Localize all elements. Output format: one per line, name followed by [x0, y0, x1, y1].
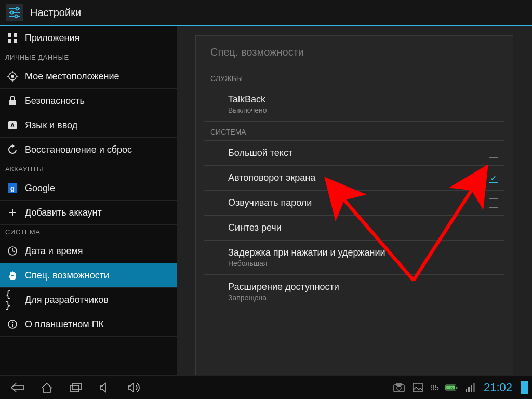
svg-rect-43	[466, 389, 467, 392]
sidebar-item-label: Язык и ввод	[25, 120, 77, 131]
row-label: Большой текст	[228, 148, 292, 158]
plus-icon	[5, 205, 20, 220]
settings-sidebar: Приложения ЛИЧНЫЕ ДАННЫЕ Мое местоположе…	[0, 26, 177, 375]
row-tts[interactable]: Синтез речи	[204, 216, 504, 241]
svg-text:A: A	[10, 122, 15, 128]
system-navbar: 95 95 21:02	[0, 375, 532, 399]
checkbox-speak-passwords[interactable]	[489, 198, 498, 208]
sidebar-item-label: Google	[25, 183, 55, 194]
sidebar-item-security[interactable]: Безопасность	[0, 89, 177, 113]
sidebar-item-about[interactable]: О планшетном ПК	[0, 312, 177, 337]
panel-category-system: СИСТЕМА	[204, 122, 504, 141]
svg-rect-9	[8, 39, 11, 43]
nav-volume-up-button[interactable]	[121, 378, 148, 397]
row-label: Расширение доступности	[228, 282, 339, 292]
picture-icon	[411, 381, 424, 394]
row-accessibility-extension[interactable]: Расширение доступности Запрещена	[204, 275, 504, 309]
svg-rect-45	[471, 385, 472, 392]
svg-text:g: g	[10, 184, 15, 192]
sidebar-item-label: Восстановление и сброс	[25, 144, 132, 155]
sidebar-item-language[interactable]: A Язык и ввод	[0, 113, 177, 138]
sidebar-item-developer[interactable]: { } Для разработчиков	[0, 288, 177, 312]
sidebar-item-accessibility[interactable]: Спец. возможности	[0, 263, 177, 288]
sidebar-item-label: Для разработчиков	[25, 295, 109, 305]
svg-point-11	[11, 75, 14, 78]
nav-back-button[interactable]	[4, 378, 31, 397]
language-icon: A	[5, 118, 20, 132]
signal-icon	[464, 381, 476, 394]
svg-rect-46	[473, 383, 475, 392]
svg-point-2	[16, 8, 19, 10]
svg-text:95: 95	[449, 385, 453, 389]
google-icon: g	[5, 181, 20, 195]
svg-point-6	[15, 15, 18, 18]
svg-rect-37	[397, 383, 401, 385]
refresh-icon	[5, 142, 20, 157]
svg-marker-20	[12, 144, 15, 148]
main-pane: Приложения ЛИЧНЫЕ ДАННЫЕ Мое местоположе…	[0, 26, 532, 375]
sidebar-item-label: О планшетном ПК	[25, 319, 104, 330]
lock-icon	[5, 94, 20, 108]
sidebar-item-apps[interactable]: Приложения	[0, 26, 177, 50]
svg-point-29	[12, 322, 14, 323]
status-clock: 21:02	[484, 381, 512, 394]
sidebar-item-label: Добавить аккаунт	[25, 207, 102, 218]
row-label: Автоповорот экрана	[228, 172, 315, 183]
checkbox-large-text[interactable]	[489, 149, 498, 158]
sidebar-item-backup-reset[interactable]: Восстановление и сброс	[0, 138, 177, 162]
system-tray[interactable]: 95 95 21:02	[391, 381, 528, 394]
row-talkback[interactable]: TalkBack Выключено	[204, 87, 504, 122]
row-auto-rotate[interactable]: Автоповорот экрана	[204, 166, 504, 191]
row-label: Озвучивать пароли	[228, 197, 312, 208]
svg-rect-41	[456, 386, 457, 388]
hand-icon	[5, 268, 20, 283]
row-large-text[interactable]: Большой текст	[204, 141, 504, 166]
camera-icon	[393, 381, 405, 394]
row-touch-hold-delay[interactable]: Задержка при нажатии и удержании Небольш…	[204, 241, 504, 275]
panel-title: Спец. возможности	[204, 36, 504, 68]
svg-point-36	[397, 386, 401, 390]
sidebar-category-accounts: АККАУНТЫ	[0, 162, 177, 176]
sidebar-item-datetime[interactable]: Дата и время	[0, 239, 177, 263]
svg-rect-10	[14, 39, 17, 43]
svg-rect-7	[8, 33, 11, 37]
settings-app-icon	[5, 3, 24, 22]
page-title: Настройки	[30, 7, 81, 19]
row-label: Синтез речи	[228, 222, 282, 233]
sidebar-item-add-account[interactable]: Добавить аккаунт	[0, 201, 177, 225]
title-bar: Настройки	[0, 0, 532, 25]
svg-point-4	[11, 11, 14, 14]
nav-recents-button[interactable]	[62, 378, 89, 397]
svg-rect-34	[73, 383, 81, 390]
sidebar-item-label: Спец. возможности	[25, 270, 109, 281]
sidebar-category-personal: ЛИЧНЫЕ ДАННЫЕ	[0, 50, 177, 64]
sidebar-item-google[interactable]: g Google	[0, 176, 177, 201]
svg-rect-8	[14, 33, 17, 37]
panel-category-services: СЛУЖБЫ	[204, 68, 504, 87]
checkbox-auto-rotate[interactable]	[489, 174, 498, 183]
sidebar-item-label: Безопасность	[25, 96, 85, 107]
svg-rect-17	[9, 100, 16, 105]
svg-rect-33	[71, 385, 79, 392]
apps-icon	[5, 31, 20, 45]
sidebar-item-location[interactable]: Мое местоположение	[0, 64, 177, 89]
sidebar-item-label: Дата и время	[25, 246, 83, 257]
svg-rect-38	[413, 383, 422, 392]
nav-home-button[interactable]	[33, 378, 60, 397]
row-sublabel: Небольшая	[228, 259, 385, 268]
row-label: TalkBack	[228, 94, 267, 105]
sidebar-category-system: СИСТЕМА	[0, 225, 177, 239]
svg-rect-44	[468, 387, 470, 392]
row-speak-passwords[interactable]: Озвучивать пароли	[204, 191, 504, 216]
battery-percent-text: 95	[430, 383, 439, 392]
svg-rect-30	[12, 324, 13, 327]
nav-volume-down-button[interactable]	[91, 378, 118, 397]
location-icon	[5, 69, 20, 84]
braces-icon: { }	[5, 292, 20, 307]
info-icon	[5, 317, 20, 331]
row-label: Задержка при нажатии и удержании	[228, 247, 385, 258]
sidebar-item-label: Мое местоположение	[25, 71, 119, 82]
row-sublabel: Запрещена	[228, 294, 339, 302]
status-indicator	[521, 381, 528, 394]
row-sublabel: Выключено	[228, 106, 267, 114]
